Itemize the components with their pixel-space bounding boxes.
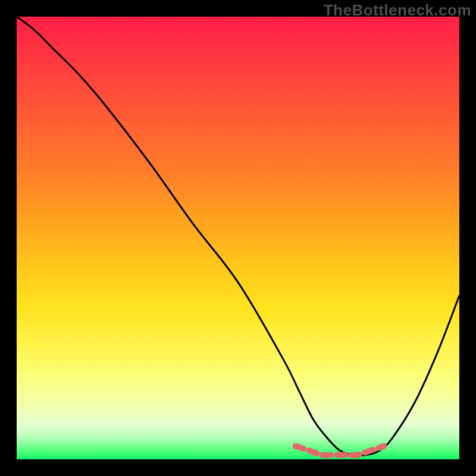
watermark-text: TheBottleneck.com <box>324 1 471 20</box>
plot-background <box>17 17 459 459</box>
chart-svg <box>17 17 459 459</box>
chart-frame: TheBottleneck.com <box>0 0 476 476</box>
bottleneck-curve-path <box>17 17 459 456</box>
